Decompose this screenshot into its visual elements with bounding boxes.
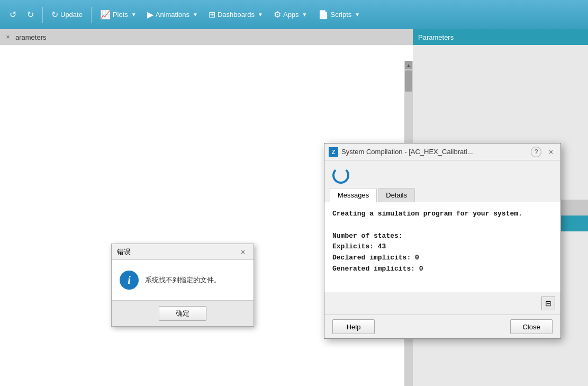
apps-dropdown-arrow: ▼: [302, 12, 307, 17]
plots-dropdown-arrow: ▼: [131, 12, 137, 17]
scrollbar-thumb[interactable]: [405, 70, 412, 92]
error-dialog-title-label: 错误: [117, 247, 131, 257]
compilation-title-left: Z System Compilation - [AC_HEX_Calibrati…: [329, 147, 473, 157]
right-panel-header-label: Parameters: [418, 33, 454, 41]
scrollbar-up-arrow[interactable]: ▲: [405, 61, 412, 69]
compilation-progress-area: [324, 160, 560, 188]
animations-button[interactable]: ▶ Animations ▼: [143, 7, 202, 22]
comp-message-line5: Generated implicits: 0: [332, 264, 553, 275]
compilation-help-icon-button[interactable]: ?: [531, 147, 541, 157]
info-icon: i: [120, 271, 139, 290]
help-button[interactable]: Help: [332, 319, 375, 334]
left-panel-close-button[interactable]: ×: [3, 32, 13, 42]
left-panel-title: arameters: [15, 33, 47, 41]
dashboards-icon: ⊞: [209, 10, 215, 20]
compilation-bottom-bar: ⊟: [324, 292, 560, 315]
compilation-close-button[interactable]: ×: [546, 147, 556, 157]
animations-label: Animations: [156, 11, 189, 19]
compilation-messages-area: Creating a simulation program for your s…: [324, 202, 560, 292]
progress-circle-icon: [332, 167, 349, 184]
undo-icon: ↺: [10, 10, 16, 20]
apps-button[interactable]: ⚙ Apps ▼: [269, 7, 312, 22]
update-label: Update: [60, 11, 83, 19]
right-panel-header: Parameters: [413, 29, 588, 45]
dashboards-button[interactable]: ⊞ Dashboards ▼: [204, 7, 267, 22]
comp-message-line4: Declared implicits: 0: [332, 253, 553, 264]
ok-button[interactable]: 确定: [159, 306, 206, 321]
compilation-footer: Help Close: [324, 315, 560, 338]
error-dialog: 错误 × i 系统找不到指定的文件。 确定: [111, 244, 254, 327]
redo-button[interactable]: ↻: [23, 7, 38, 22]
left-panel-tab: × arameters: [0, 29, 413, 45]
plots-button[interactable]: 📈 Plots ▼: [96, 7, 141, 22]
comp-message-line2: Number of states:: [332, 231, 553, 242]
error-message-text: 系统找不到指定的文件。: [145, 275, 221, 285]
dashboards-label: Dashboards: [218, 11, 255, 19]
compilation-title-right: ? ×: [531, 147, 556, 157]
error-dialog-body: i 系统找不到指定的文件。: [112, 260, 254, 300]
error-dialog-titlebar: 错误 ×: [112, 244, 254, 260]
apps-label: Apps: [283, 11, 299, 19]
compilation-tabs: Messages Details: [324, 188, 560, 202]
plots-label: Plots: [113, 11, 128, 19]
apps-icon: ⚙: [274, 10, 281, 20]
animations-icon: ▶: [147, 10, 153, 20]
compilation-title-text: System Compilation - [AC_HEX_Calibrati..…: [341, 148, 473, 156]
comp-message-line1: Creating a simulation program for your s…: [332, 209, 553, 220]
scripts-icon: 📄: [318, 10, 329, 20]
compilation-title-icon: Z: [329, 147, 338, 157]
update-icon: ↻: [51, 10, 58, 20]
compilation-dialog: Z System Compilation - [AC_HEX_Calibrati…: [324, 143, 561, 339]
main-toolbar: ↺ ↻ ↻ Update 📈 Plots ▼ ▶ Animations ▼ ⊞ …: [0, 0, 588, 29]
scripts-dropdown-arrow: ▼: [355, 12, 360, 17]
compilation-titlebar: Z System Compilation - [AC_HEX_Calibrati…: [324, 143, 560, 160]
undo-button[interactable]: ↺: [5, 7, 21, 22]
dashboards-dropdown-arrow: ▼: [258, 12, 263, 17]
comp-tab-details[interactable]: Details: [378, 188, 415, 202]
close-button[interactable]: Close: [510, 319, 553, 334]
main-area: × arameters ▲ Parameters Parameters Watc…: [0, 29, 588, 386]
scripts-label: Scripts: [331, 11, 352, 19]
expand-icon-button[interactable]: ⊟: [541, 297, 555, 310]
error-dialog-footer: 确定: [112, 300, 254, 326]
separator-1: [42, 7, 43, 23]
separator-2: [91, 7, 92, 23]
animations-dropdown-arrow: ▼: [193, 12, 198, 17]
comp-tab-messages[interactable]: Messages: [330, 188, 377, 202]
plots-icon: 📈: [100, 10, 111, 20]
scripts-button[interactable]: 📄 Scripts ▼: [314, 7, 365, 22]
update-button[interactable]: ↻ Update: [47, 7, 87, 22]
comp-message-line3: Explicits: 43: [332, 241, 553, 253]
redo-icon: ↻: [27, 10, 34, 20]
error-dialog-close-button[interactable]: ×: [238, 247, 248, 257]
